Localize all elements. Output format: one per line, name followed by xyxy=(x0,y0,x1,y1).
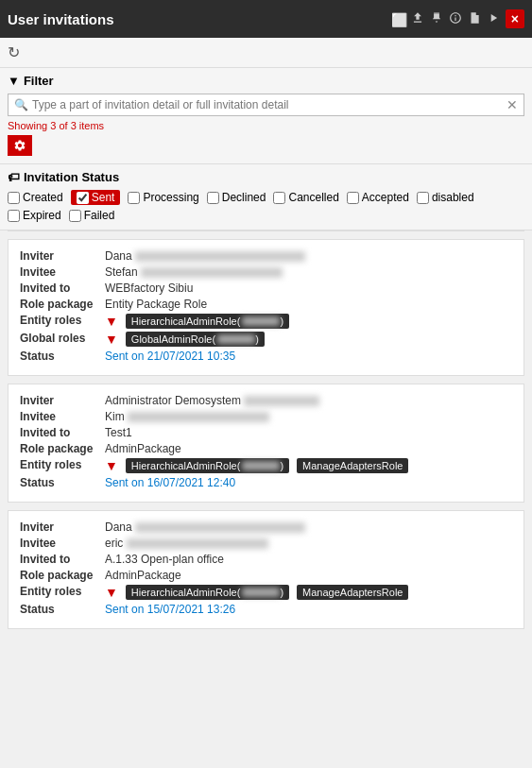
status-value-2: Sent on 16/07/2021 12:40 xyxy=(105,476,512,489)
card-row-invitedto-3: Invited to A.1.33 Open-plan office xyxy=(20,553,512,566)
search-icon: 🔍 xyxy=(14,98,28,111)
checkbox-sent[interactable] xyxy=(77,192,89,204)
status-disabled[interactable]: disabled xyxy=(417,190,474,205)
status-expired[interactable]: Expired xyxy=(8,209,61,222)
invitee-value-1: Stefan xyxy=(105,265,512,279)
status-checkboxes: Created Sent Processing Declined Cancell… xyxy=(8,190,524,222)
invitedto-label-2: Invited to xyxy=(20,426,105,439)
invitedto-value-2: Test1 xyxy=(105,426,512,439)
transfer-icon[interactable] xyxy=(487,11,500,27)
filter-section: ▼ Filter 🔍 ✕ Showing 3 of 3 items xyxy=(0,68,532,164)
status-value-1: Sent on 21/07/2021 10:35 xyxy=(105,350,512,363)
entityroles-label-3: Entity roles xyxy=(20,585,105,598)
tag-icon: 🏷 xyxy=(8,170,20,184)
entityroles-label-1: Entity roles xyxy=(20,314,105,327)
rolepackage-value-3: AdminPackage xyxy=(105,569,512,582)
checkbox-created[interactable] xyxy=(8,192,20,204)
arrow-icon-global-1: ▼ xyxy=(105,332,118,347)
search-row: 🔍 ✕ xyxy=(8,94,524,116)
invitation-card-1: Inviter Dana Invitee Stefan Invited to W… xyxy=(8,239,524,376)
status-processing[interactable]: Processing xyxy=(128,190,198,205)
filter-title: ▼ Filter xyxy=(8,74,524,88)
export-icon[interactable]: ⬜ xyxy=(391,11,424,27)
card-row-inviter-1: Inviter Dana xyxy=(20,249,512,263)
role-badge-hierarchical-3: HierarchicalAdminRole() xyxy=(126,585,289,600)
search-input[interactable] xyxy=(32,98,506,111)
invitedto-label-1: Invited to xyxy=(20,282,105,295)
card-row-entityroles-2: Entity roles ▼ HierarchicalAdminRole() M… xyxy=(20,458,512,473)
card-row-entityroles-1: Entity roles ▼ HierarchicalAdminRole() xyxy=(20,314,512,329)
card-row-invitee-3: Invitee eric xyxy=(20,537,512,550)
status-declined[interactable]: Declined xyxy=(207,190,266,205)
entityroles-value-2: ▼ HierarchicalAdminRole() ManageAdapters… xyxy=(105,458,412,473)
checkbox-declined[interactable] xyxy=(207,192,219,204)
entityroles-value-3: ▼ HierarchicalAdminRole() ManageAdapters… xyxy=(105,585,412,600)
status-created[interactable]: Created xyxy=(8,190,63,205)
invitation-card-2: Inviter Administrator Demosystem Invitee… xyxy=(8,384,524,503)
card-row-status-2: Status Sent on 16/07/2021 12:40 xyxy=(20,476,512,489)
invitation-card-3: Inviter Dana Invitee eric Invited to A.1… xyxy=(8,510,524,629)
rolepackage-value-1: Entity Package Role xyxy=(105,298,512,311)
inviter-value-3: Dana xyxy=(105,521,512,534)
card-row-invitee-1: Invitee Stefan xyxy=(20,265,512,279)
settings-button[interactable] xyxy=(8,135,32,156)
card-row-inviter-2: Inviter Administrator Demosystem xyxy=(20,394,512,407)
invitee-value-2: Kim xyxy=(105,410,512,423)
status-failed[interactable]: Failed xyxy=(69,209,115,222)
checkbox-cancelled[interactable] xyxy=(273,192,285,204)
role-badge-manage-3: ManageAdaptersRole xyxy=(297,585,408,600)
card-row-entityroles-3: Entity roles ▼ HierarchicalAdminRole() M… xyxy=(20,585,512,600)
card-row-inviter-3: Inviter Dana xyxy=(20,521,512,534)
status-label-3: Status xyxy=(20,603,105,616)
card-row-rolepackage-2: Role package AdminPackage xyxy=(20,442,512,455)
close-button[interactable]: × xyxy=(506,9,524,28)
title-bar: User invitations ⬜ × xyxy=(0,0,532,38)
rolepackage-label-1: Role package xyxy=(20,298,105,311)
status-label-1: Status xyxy=(20,350,105,363)
entityroles-value-1: ▼ HierarchicalAdminRole() xyxy=(105,314,293,329)
checkbox-expired[interactable] xyxy=(8,210,20,222)
card-row-globalroles-1: Global roles ▼ GlobalAdminRole() xyxy=(20,332,512,347)
globalroles-value-1: ▼ GlobalAdminRole() xyxy=(105,332,268,347)
refresh-button[interactable]: ↻ xyxy=(8,43,20,61)
card-row-status-3: Status Sent on 15/07/2021 13:26 xyxy=(20,603,512,616)
invitee-label-3: Invitee xyxy=(20,537,105,550)
filter-label: Filter xyxy=(24,74,54,88)
checkbox-failed[interactable] xyxy=(69,210,81,222)
invitedto-value-1: WEBfactory Sibiu xyxy=(105,282,512,295)
invitedto-value-3: A.1.33 Open-plan office xyxy=(105,553,512,566)
inviter-label-3: Inviter xyxy=(20,521,105,534)
status-sent[interactable]: Sent xyxy=(71,190,121,205)
arrow-icon-2: ▼ xyxy=(105,458,118,473)
role-badge-hierarchical-1: HierarchicalAdminRole() xyxy=(126,314,289,329)
card-row-invitedto-1: Invited to WEBfactory Sibiu xyxy=(20,282,512,295)
card-row-status-1: Status Sent on 21/07/2021 10:35 xyxy=(20,350,512,363)
clear-search-button[interactable]: ✕ xyxy=(506,97,518,112)
title-bar-right: ⬜ × xyxy=(391,9,524,28)
arrow-icon-1: ▼ xyxy=(105,314,118,329)
status-accepted[interactable]: Accepted xyxy=(347,190,409,205)
toolbar: ↻ xyxy=(0,38,532,68)
checkbox-disabled[interactable] xyxy=(417,192,429,204)
doc-icon[interactable] xyxy=(468,11,481,27)
invitee-label-1: Invitee xyxy=(20,265,105,279)
status-cancelled[interactable]: Cancelled xyxy=(273,190,338,205)
invitation-status-title: 🏷 Invitation Status xyxy=(8,170,524,184)
status-value-3: Sent on 15/07/2021 13:26 xyxy=(105,603,512,616)
inviter-value-2: Administrator Demosystem xyxy=(105,394,512,407)
inviter-label-1: Inviter xyxy=(20,249,105,263)
arrow-icon-3: ▼ xyxy=(105,585,118,600)
invitations-list: Inviter Dana Invitee Stefan Invited to W… xyxy=(0,231,532,637)
card-row-invitedto-2: Invited to Test1 xyxy=(20,426,512,439)
role-badge-global-1: GlobalAdminRole() xyxy=(126,332,265,347)
inviter-label-2: Inviter xyxy=(20,394,105,407)
app-title: User invitations xyxy=(8,11,114,27)
role-badge-manage-2: ManageAdaptersRole xyxy=(297,458,408,473)
card-row-rolepackage-3: Role package AdminPackage xyxy=(20,569,512,582)
checkbox-processing[interactable] xyxy=(128,192,140,204)
invitation-status-section: 🏷 Invitation Status Created Sent Process… xyxy=(0,164,532,230)
checkbox-accepted[interactable] xyxy=(347,192,359,204)
pin-icon[interactable] xyxy=(430,11,443,27)
info-icon[interactable] xyxy=(449,11,462,27)
card-row-invitee-2: Invitee Kim xyxy=(20,410,512,423)
